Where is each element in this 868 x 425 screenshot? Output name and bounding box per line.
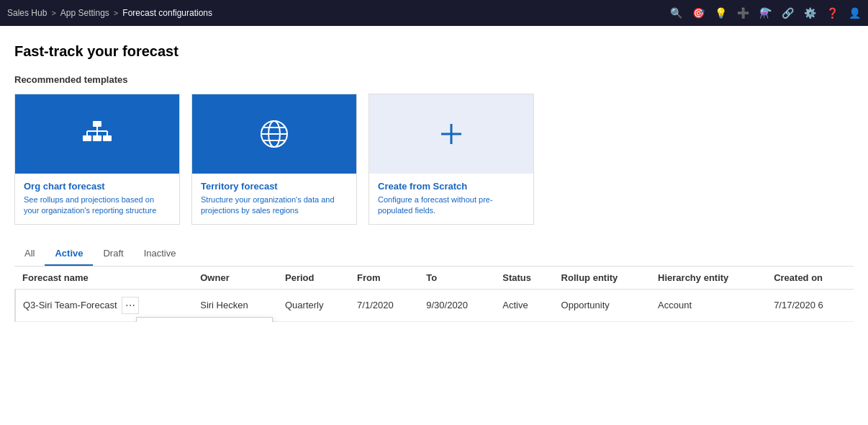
connections-icon[interactable]: 🔗 [782, 7, 794, 19]
scratch-plus-icon [434, 117, 469, 151]
breadcrumb: Sales Hub > App Settings > Forecast conf… [7, 8, 212, 18]
lightbulb-icon[interactable]: 💡 [715, 7, 727, 19]
cell-to: 9/30/2020 [419, 289, 495, 321]
org-chart-icon [80, 117, 114, 151]
org-chart-card-name: Org chart forecast [24, 181, 171, 192]
table-header-row: Forecast name Owner Period From To Statu… [15, 267, 854, 290]
menu-item-edit[interactable]: ✏️ Edit [137, 318, 272, 322]
forecast-config-breadcrumb: Forecast configurations [122, 8, 212, 18]
context-menu-wrapper: ⋯ ✏️ Edit 📷 Add/view snapshots [122, 297, 139, 314]
territory-card-name: Territory forecast [201, 181, 348, 192]
svg-rect-2 [93, 135, 101, 141]
scratch-card-image [369, 94, 533, 174]
scratch-card-desc: Configure a forecast without pre-populat… [378, 194, 525, 217]
row-ellipsis-button[interactable]: ⋯ [122, 297, 139, 314]
cell-from: 7/1/2020 [350, 289, 419, 321]
territory-icon [257, 117, 291, 151]
tab-inactive[interactable]: Inactive [134, 242, 186, 266]
help-icon[interactable]: ❓ [826, 7, 838, 19]
cell-hierarchy: Account [651, 289, 767, 321]
org-chart-card-image [15, 94, 179, 174]
topnav-icons: 🔍 🎯 💡 ➕ ⚗️ 🔗 ⚙️ ❓ 👤 [670, 7, 861, 19]
col-created-on: Created on [767, 267, 854, 290]
forecast-table: Forecast name Owner Period From To Statu… [14, 267, 854, 322]
territory-card-desc: Structure your organization's data and p… [201, 194, 348, 217]
cell-created-on: 7/17/2020 6 [767, 289, 854, 321]
col-status: Status [495, 267, 553, 290]
settings-icon[interactable]: ⚙️ [804, 7, 816, 19]
col-hierarchy: Hierarchy entity [651, 267, 767, 290]
plus-icon[interactable]: ➕ [737, 7, 749, 19]
territory-template-card[interactable]: Territory forecast Structure your organi… [191, 94, 357, 225]
org-chart-template-card[interactable]: Org chart forecast See rollups and proje… [14, 94, 180, 225]
forecast-name-cell-content: Q3-Siri Team-Forecast ⋯ ✏️ Edit 📷 [23, 297, 186, 314]
territory-card-body: Territory forecast Structure your organi… [192, 174, 356, 224]
main-content: Fast-track your forecast Recommended tem… [0, 26, 868, 322]
col-to: To [419, 267, 495, 290]
scratch-card-body: Create from Scratch Configure a forecast… [369, 174, 533, 224]
filter-icon[interactable]: ⚗️ [759, 7, 772, 19]
table-row: Q3-Siri Team-Forecast ⋯ ✏️ Edit 📷 [15, 289, 854, 321]
tab-draft[interactable]: Draft [93, 242, 133, 266]
svg-rect-0 [93, 121, 101, 127]
search-icon[interactable]: 🔍 [670, 7, 682, 19]
app-settings-link[interactable]: App Settings [60, 8, 109, 18]
cell-period: Quarterly [278, 289, 350, 321]
col-period: Period [278, 267, 350, 290]
scratch-card-name: Create from Scratch [378, 181, 525, 192]
table-header: Forecast name Owner Period From To Statu… [15, 267, 854, 290]
svg-rect-3 [103, 135, 112, 141]
svg-rect-1 [83, 135, 91, 141]
cell-status: Active [495, 289, 553, 321]
forecast-name-text: Q3-Siri Team-Forecast [23, 300, 117, 310]
tab-all[interactable]: All [14, 242, 45, 266]
scratch-template-card[interactable]: Create from Scratch Configure a forecast… [369, 94, 534, 225]
breadcrumb-sep-2: > [114, 9, 118, 17]
table-body: Q3-Siri Team-Forecast ⋯ ✏️ Edit 📷 [15, 289, 854, 321]
user-icon[interactable]: 👤 [849, 7, 861, 19]
sales-hub-link[interactable]: Sales Hub [7, 8, 47, 18]
breadcrumb-sep-1: > [51, 9, 55, 17]
context-menu: ✏️ Edit 📷 Add/view snapshots 🔲 Deactivat [136, 317, 273, 322]
org-chart-card-desc: See rollups and projections based on you… [24, 194, 171, 217]
territory-card-image [192, 94, 356, 174]
col-from: From [350, 267, 419, 290]
target-icon[interactable]: 🎯 [692, 7, 705, 19]
templates-section-label: Recommended templates [14, 74, 854, 85]
cell-forecast-name: Q3-Siri Team-Forecast ⋯ ✏️ Edit 📷 [15, 289, 193, 321]
org-chart-card-body: Org chart forecast See rollups and proje… [15, 174, 179, 224]
col-owner: Owner [193, 267, 278, 290]
forecast-tabs: All Active Draft Inactive [14, 242, 854, 267]
tab-active[interactable]: Active [45, 242, 93, 266]
page-title: Fast-track your forecast [14, 43, 854, 60]
col-rollup: Rollup entity [554, 267, 651, 290]
col-forecast-name: Forecast name [15, 267, 193, 290]
templates-container: Org chart forecast See rollups and proje… [14, 94, 854, 225]
top-navigation: Sales Hub > App Settings > Forecast conf… [0, 0, 868, 26]
cell-rollup: Opportunity [554, 289, 651, 321]
